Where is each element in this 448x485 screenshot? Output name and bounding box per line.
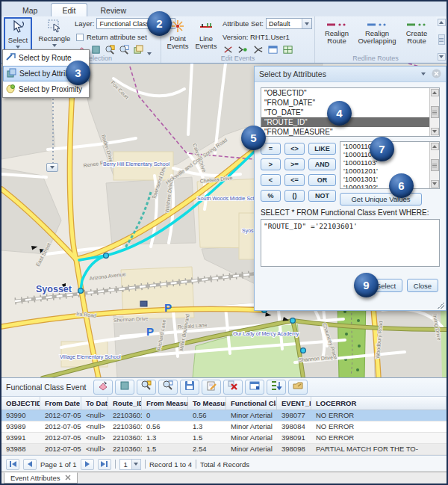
table-row[interactable]: 93988 2012-07-05 <null> 22103601 1.5 2.5… (1, 444, 447, 455)
close-icon[interactable] (432, 69, 441, 80)
scroll-down-icon[interactable] (431, 128, 439, 135)
value-list-scrollbar[interactable] (429, 142, 439, 188)
column-header[interactable]: Functional Class (226, 397, 277, 410)
table-row[interactable]: 93991 2012-07-05 <null> 22103601 1.3 1.5… (1, 433, 447, 444)
cell: 22103601 (108, 444, 142, 454)
attribute-table-panel: Functional Class Event OBJECTID From Dat… (1, 377, 447, 472)
page-number-value: 1 (120, 460, 131, 469)
scrollbar-thumb[interactable] (431, 159, 439, 171)
scroll-up-icon[interactable] (431, 89, 439, 96)
attribute-window-icon (249, 380, 261, 395)
eraser-icon (97, 380, 109, 395)
previous-page-button[interactable] (23, 459, 37, 470)
group-edit-events: Point Events Line Events Attribute Set: … (161, 16, 315, 63)
chevron-down-icon (16, 46, 20, 49)
attribute-window-button[interactable] (245, 380, 264, 395)
column-header[interactable]: To Date (81, 397, 108, 410)
chevron-down-icon[interactable] (131, 460, 140, 469)
page-number-select[interactable]: 1 (119, 459, 141, 470)
value-item[interactable]: '10001201' (340, 167, 439, 175)
attribute-set-combobox[interactable]: Default (266, 18, 312, 29)
zoom-slider-button[interactable] (46, 163, 58, 172)
operator-notequal-button[interactable]: <> (284, 143, 305, 155)
layer-label: Layer: (75, 19, 94, 28)
operator-not-button[interactable]: NOT (308, 190, 336, 202)
zoom-to-selected-button[interactable] (137, 380, 156, 395)
close-icon[interactable] (65, 474, 71, 482)
scrollbar-thumb[interactable] (431, 106, 439, 118)
first-page-button[interactable] (6, 459, 19, 470)
table-header-row[interactable]: OBJECTID From Date To Date Route_ID From… (1, 396, 447, 410)
zoom-slider-track[interactable] (52, 91, 54, 163)
cell: <null> (81, 410, 108, 421)
tab-map[interactable]: Map (12, 4, 48, 16)
operator-or-button[interactable]: OR (308, 174, 336, 186)
column-header[interactable]: OBJECTID (1, 397, 40, 410)
scroll-up-icon[interactable] (431, 143, 439, 150)
column-header[interactable]: Route_ID (108, 397, 142, 410)
tab-review[interactable]: Review (90, 4, 137, 16)
field-item[interactable]: "OBJECTID" (261, 88, 439, 98)
operator-parentheses-button[interactable]: () (284, 190, 305, 202)
operator-less-button[interactable]: < (261, 174, 281, 186)
callout-9: 9 (354, 273, 379, 297)
ribbon-scrollbar[interactable] (436, 16, 447, 63)
select-box-button[interactable] (115, 380, 134, 395)
realign-route-button[interactable]: Realign Route (320, 21, 354, 54)
column-header[interactable]: From Date (40, 397, 81, 410)
operator-greaterequal-button[interactable]: >= (284, 158, 305, 170)
scroll-down-icon[interactable] (438, 53, 446, 61)
operator-greater-button[interactable]: > (261, 158, 281, 170)
save-button[interactable] (180, 380, 199, 395)
realign-overlapping-button[interactable]: Realign Overlapping (357, 21, 397, 54)
scroll-up-icon[interactable] (438, 19, 446, 26)
column-header[interactable]: LOCERROR (311, 397, 447, 410)
next-page-button[interactable] (81, 459, 94, 470)
return-attribute-set-checkbox[interactable] (76, 34, 84, 41)
chevron-down-icon[interactable] (421, 72, 426, 75)
group-redline-routes: Realign Route Realign Overlapping Create… (315, 16, 436, 63)
dialog-titlebar[interactable]: Select by Attributes (255, 67, 446, 82)
column-header[interactable]: From Measure (142, 397, 188, 410)
select-cursor-icon (10, 19, 26, 37)
select-tool-label: Select (8, 37, 28, 44)
line-events-button[interactable]: Line Events (193, 19, 220, 55)
chevron-down-icon[interactable] (302, 19, 311, 28)
operator-like-button[interactable]: LIKE (308, 143, 336, 155)
dialog-resize-handle[interactable] (438, 302, 444, 309)
operator-percent-button[interactable]: % (261, 190, 281, 202)
value-item[interactable]: '10001103' (340, 158, 439, 167)
field-item[interactable]: "FROM_MEASURE" (261, 127, 439, 137)
tab-edit[interactable]: Edit (51, 3, 87, 16)
table-row[interactable]: 93990 2012-07-05 <null> 22103601 0 0.56 … (1, 410, 447, 421)
column-header[interactable]: To Measure (188, 397, 226, 410)
zoom-to-layer-button[interactable] (158, 380, 178, 395)
where-clause-input[interactable]: "ROUTE_ID" ='22103601' (261, 219, 440, 267)
create-route-label: Create Route (401, 30, 432, 45)
scroll-down-icon[interactable] (431, 180, 439, 188)
tab-event-attributes[interactable]: Event Attributes (4, 472, 78, 484)
callout-7: 7 (370, 137, 394, 161)
export-button[interactable] (288, 380, 308, 395)
cell: PARTIAL MATCH FOR THE TO- (311, 444, 447, 454)
column-header[interactable]: EVENT_ID (277, 397, 311, 410)
edit-events-group-label: Edit Events (161, 55, 314, 62)
village-elem-label: Village Elementary School (60, 354, 121, 360)
delete-button[interactable] (223, 380, 243, 395)
cell: 0.56 (142, 421, 188, 432)
field-item[interactable]: "FROM_DATE" (261, 98, 439, 108)
field-list-scrollbar[interactable] (429, 88, 439, 136)
table-row[interactable]: 93989 2012-07-05 <null> 22103601 0.56 1.… (1, 421, 447, 433)
last-page-button[interactable] (98, 459, 111, 470)
sort-button[interactable] (267, 380, 286, 395)
operator-and-button[interactable]: AND (308, 158, 336, 170)
callout-5: 5 (241, 126, 266, 150)
clear-selection-button[interactable] (93, 380, 113, 395)
cell: 1.5 (142, 444, 188, 454)
scrollbar-thumb[interactable] (438, 34, 445, 45)
create-route-button[interactable]: Create Route (400, 21, 433, 54)
close-button[interactable]: Close (407, 279, 438, 292)
edit-button[interactable] (202, 380, 221, 395)
realign-overlapping-label: Realign Overlapping (357, 30, 397, 45)
operator-lessequal-button[interactable]: <= (284, 174, 305, 186)
